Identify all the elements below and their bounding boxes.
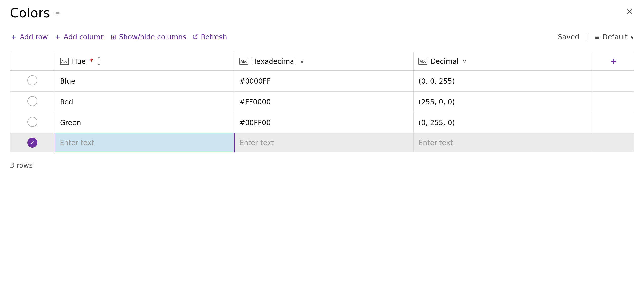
row-select-3[interactable] <box>10 112 55 133</box>
text-col-icon-hex <box>239 58 248 65</box>
add-column-label: Add column <box>64 33 105 41</box>
enter-text-hex[interactable]: Enter text <box>240 139 274 147</box>
table-header-row: Hue * ↑ ↓ Hexadecimal ∨ <box>10 52 634 71</box>
check-circle-new[interactable] <box>28 138 37 148</box>
chevron-dec-icon[interactable]: ∨ <box>462 58 466 65</box>
cell-add-2 <box>592 92 634 112</box>
edit-icon[interactable]: ✏ <box>54 9 61 18</box>
row-select-2[interactable] <box>10 92 55 112</box>
data-table-wrapper: Hue * ↑ ↓ Hexadecimal ∨ <box>10 52 634 152</box>
cell-hex-2[interactable]: #FF0000 <box>234 92 414 112</box>
lines-icon: ≡ <box>594 33 600 41</box>
cell-hue-3[interactable]: Green <box>55 112 234 133</box>
page-title: Colors <box>10 6 50 20</box>
view-label: Default <box>602 33 628 41</box>
table-row: Green #00FF00 (0, 255, 0) <box>10 112 634 133</box>
chevron-down-icon: ∨ <box>630 34 634 40</box>
new-row: Enter text Enter text Enter text <box>10 133 634 152</box>
view-dropdown[interactable]: ≡ Default ∨ <box>587 33 634 41</box>
add-column-icon[interactable]: + <box>610 57 617 66</box>
th-dec-label: Decimal <box>430 57 458 66</box>
radio-unselected-2[interactable] <box>28 96 37 106</box>
add-row-button[interactable]: ＋ Add row <box>10 29 54 45</box>
text-col-icon-hue <box>60 58 69 65</box>
show-hide-label: Show/hide columns <box>119 33 186 41</box>
text-col-icon-dec <box>418 58 427 65</box>
cell-hue-new[interactable]: Enter text <box>55 133 234 152</box>
refresh-label: Refresh <box>201 33 227 41</box>
plus-icon-col: ＋ <box>54 32 61 42</box>
th-add-column[interactable]: + <box>592 52 634 71</box>
table-row: Red #FF0000 (255, 0, 0) <box>10 92 634 112</box>
header-row: Colors ✏ × <box>10 6 634 20</box>
radio-unselected-1[interactable] <box>28 75 37 85</box>
table-row: Blue #0000FF (0, 0, 255) <box>10 71 634 92</box>
cell-dec-3[interactable]: (0, 255, 0) <box>414 112 593 133</box>
th-hex: Hexadecimal ∨ <box>234 52 414 71</box>
cell-dec-2[interactable]: (255, 0, 0) <box>414 92 593 112</box>
show-hide-icon: ⊞ <box>111 33 116 41</box>
page-container: Colors ✏ × ＋ Add row ＋ Add column ⊞ Show… <box>0 0 644 175</box>
required-star: * <box>90 57 93 66</box>
row-count: 3 rows <box>10 161 634 170</box>
add-row-label: Add row <box>20 33 48 41</box>
cell-add-3 <box>592 112 634 133</box>
data-table: Hue * ↑ ↓ Hexadecimal ∨ <box>10 52 634 152</box>
enter-text-hue[interactable]: Enter text <box>60 139 94 147</box>
th-hex-label: Hexadecimal <box>251 57 296 66</box>
add-column-button[interactable]: ＋ Add column <box>54 29 111 45</box>
refresh-button[interactable]: ↺ Refresh <box>192 30 233 44</box>
chevron-hex-icon[interactable]: ∨ <box>300 58 304 65</box>
show-hide-columns-button[interactable]: ⊞ Show/hide columns <box>111 30 192 44</box>
cell-add-new <box>592 133 634 152</box>
title-area: Colors ✏ <box>10 6 61 20</box>
th-hue: Hue * ↑ ↓ <box>55 52 234 71</box>
sort-up-icon[interactable]: ↑ <box>97 57 101 61</box>
sort-down-icon[interactable]: ↓ <box>97 62 101 66</box>
row-count-label: 3 rows <box>10 161 32 170</box>
th-select <box>10 52 55 71</box>
row-select-1[interactable] <box>10 71 55 92</box>
refresh-icon: ↺ <box>192 33 198 41</box>
enter-text-dec[interactable]: Enter text <box>418 139 453 147</box>
cell-add-1 <box>592 71 634 92</box>
hue-sort[interactable]: ↑ ↓ <box>97 57 101 66</box>
plus-icon: ＋ <box>10 32 17 42</box>
toolbar: ＋ Add row ＋ Add column ⊞ Show/hide colum… <box>10 29 634 45</box>
th-hue-label: Hue <box>72 57 86 66</box>
th-dec: Decimal ∨ <box>414 52 593 71</box>
saved-badge: Saved <box>558 33 587 41</box>
cell-hue-2[interactable]: Red <box>55 92 234 112</box>
close-button[interactable]: × <box>626 7 633 16</box>
cell-hex-new[interactable]: Enter text <box>234 133 414 152</box>
cell-hue-1[interactable]: Blue <box>55 71 234 92</box>
row-select-new[interactable] <box>10 133 55 152</box>
radio-unselected-3[interactable] <box>28 117 37 127</box>
cell-dec-1[interactable]: (0, 0, 255) <box>414 71 593 92</box>
cell-hex-1[interactable]: #0000FF <box>234 71 414 92</box>
cell-dec-new[interactable]: Enter text <box>414 133 593 152</box>
cell-hex-3[interactable]: #00FF00 <box>234 112 414 133</box>
